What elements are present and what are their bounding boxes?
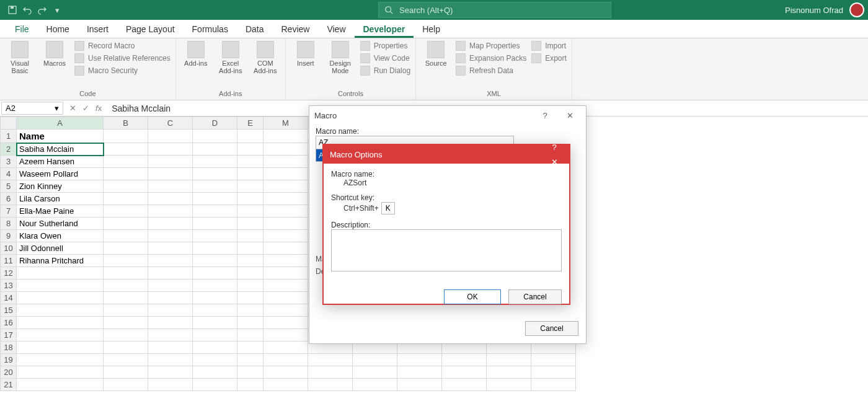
import-button[interactable]: Import	[531, 41, 567, 51]
user-name[interactable]: Pisnonum Ofrad	[785, 6, 843, 15]
cell[interactable]	[104, 342, 148, 354]
cell[interactable]	[148, 205, 193, 218]
cell[interactable]: Ella-Mae Paine	[17, 205, 104, 218]
macro-options-ok-button[interactable]: OK	[444, 289, 501, 304]
cell[interactable]	[104, 193, 148, 205]
cell[interactable]	[264, 130, 308, 143]
row-header[interactable]: 15	[1, 304, 17, 317]
macro-dialog-help-button[interactable]: ?	[534, 108, 556, 123]
export-button[interactable]: Export	[531, 53, 567, 63]
cell[interactable]	[148, 292, 193, 304]
row-header[interactable]: 10	[1, 242, 17, 255]
macro-options-titlebar[interactable]: Macro Options ? ✕	[324, 145, 569, 164]
cell[interactable]	[148, 193, 193, 205]
cell[interactable]	[193, 366, 237, 379]
cell[interactable]	[264, 180, 308, 193]
cell[interactable]	[237, 230, 264, 242]
cell[interactable]	[237, 379, 264, 391]
row-header[interactable]: 4	[1, 168, 17, 180]
cell[interactable]	[264, 304, 308, 317]
cell[interactable]	[104, 304, 148, 317]
cell[interactable]	[104, 205, 148, 218]
macro-options-close-button[interactable]: ✕	[543, 154, 565, 169]
tab-data[interactable]: Data	[237, 20, 273, 38]
cancel-formula-icon[interactable]: ✕	[69, 104, 76, 113]
cell[interactable]	[193, 230, 237, 242]
row-header[interactable]: 5	[1, 180, 17, 193]
cell[interactable]	[308, 379, 353, 391]
cell[interactable]	[442, 354, 487, 366]
cell[interactable]	[104, 292, 148, 304]
tab-page-layout[interactable]: Page Layout	[117, 20, 184, 38]
cell[interactable]	[104, 230, 148, 242]
cell[interactable]	[237, 156, 264, 168]
macro-security-button[interactable]: Macro Security	[74, 66, 170, 76]
cell[interactable]	[237, 354, 264, 366]
com-addins-button[interactable]: COM Add-ins	[250, 41, 280, 74]
tab-developer[interactable]: Developer	[355, 20, 414, 38]
redo-icon[interactable]	[36, 4, 48, 16]
macro-options-help-button[interactable]: ?	[543, 139, 565, 154]
cell[interactable]	[193, 379, 237, 391]
cell[interactable]	[442, 366, 487, 379]
macro-dialog-titlebar[interactable]: Macro ? ✕	[309, 106, 586, 125]
cell[interactable]	[104, 143, 148, 156]
cell[interactable]	[237, 366, 264, 379]
cell[interactable]	[148, 267, 193, 280]
cell[interactable]	[193, 156, 237, 168]
col-header-E[interactable]: E	[237, 117, 264, 130]
cell[interactable]	[531, 379, 576, 391]
row-header[interactable]: 12	[1, 267, 17, 280]
cell[interactable]	[237, 280, 264, 292]
cell[interactable]: Sabiha Mcclain	[17, 143, 104, 156]
cell[interactable]	[531, 354, 576, 366]
record-macro-button[interactable]: Record Macro	[74, 41, 170, 51]
cell[interactable]	[17, 342, 104, 354]
cell[interactable]	[193, 180, 237, 193]
cell[interactable]	[104, 130, 148, 143]
cell[interactable]	[104, 329, 148, 342]
cell[interactable]	[193, 143, 237, 156]
cell[interactable]	[148, 168, 193, 180]
cell[interactable]	[104, 168, 148, 180]
cell[interactable]	[17, 267, 104, 280]
row-header[interactable]: 19	[1, 354, 17, 366]
cell[interactable]	[17, 317, 104, 329]
cell[interactable]: Nour Sutherland	[17, 218, 104, 230]
cell[interactable]	[148, 379, 193, 391]
cell[interactable]	[17, 280, 104, 292]
cell[interactable]	[353, 379, 397, 391]
cell[interactable]	[193, 130, 237, 143]
cell[interactable]: Zion Kinney	[17, 180, 104, 193]
cell[interactable]	[104, 354, 148, 366]
cell[interactable]	[104, 280, 148, 292]
cell[interactable]	[237, 267, 264, 280]
row-header[interactable]: 11	[1, 255, 17, 267]
tab-home[interactable]: Home	[38, 20, 78, 38]
cell[interactable]	[264, 292, 308, 304]
cell[interactable]	[264, 267, 308, 280]
map-properties-button[interactable]: Map Properties	[456, 41, 526, 51]
refresh-data-button[interactable]: Refresh Data	[456, 66, 526, 76]
cell[interactable]	[193, 168, 237, 180]
cell[interactable]	[237, 329, 264, 342]
tab-file[interactable]: File	[6, 20, 38, 38]
description-textarea[interactable]	[331, 229, 562, 271]
cell[interactable]	[353, 354, 397, 366]
cell[interactable]	[148, 230, 193, 242]
cell[interactable]	[531, 366, 576, 379]
macros-button[interactable]: Macros	[40, 41, 69, 67]
cell[interactable]	[264, 168, 308, 180]
cell[interactable]	[353, 366, 397, 379]
macro-dialog-close-button[interactable]: ✕	[559, 108, 581, 123]
shortcut-key-input[interactable]	[381, 202, 395, 214]
cell[interactable]	[104, 379, 148, 391]
source-button[interactable]: Source	[421, 41, 451, 67]
cell[interactable]	[17, 379, 104, 391]
cell[interactable]	[104, 218, 148, 230]
undo-icon[interactable]	[21, 4, 33, 16]
macro-options-cancel-button[interactable]: Cancel	[508, 289, 562, 304]
cell[interactable]	[148, 354, 193, 366]
cell[interactable]	[193, 267, 237, 280]
cell[interactable]: Name	[17, 130, 104, 143]
